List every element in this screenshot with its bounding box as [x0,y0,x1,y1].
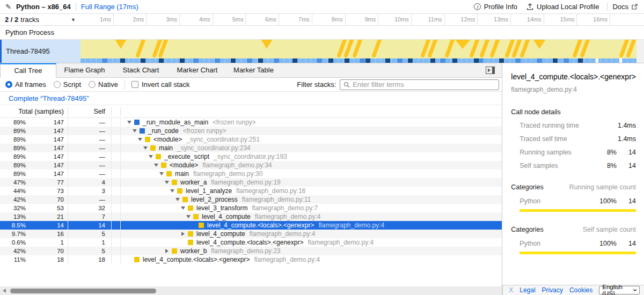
row-icon-cell [112,169,121,178]
footer-links: XLegalPrivacyCookies [509,286,592,294]
tab-marker-chart[interactable]: Marker Chart [169,63,225,77]
tree-row[interactable]: 89%147—_run_code<frozen runpy> [0,127,502,135]
row-total-percent: 42% [0,195,26,204]
collapse-arrow-icon[interactable] [143,146,148,150]
tree-row[interactable]: 89%147—main_sync_coordinator.py:234 [0,144,502,152]
radio-all-frames[interactable]: All frames [5,80,46,88]
horizontal-scrollbar[interactable] [0,286,502,295]
collapse-arrow-icon[interactable] [127,121,132,124]
detail-values: 1.4ms [617,135,636,143]
tree-row[interactable]: 89%147—mainflamegraph_demo.py:30 [0,169,502,178]
collapse-arrow-icon[interactable] [180,206,186,210]
collapse-arrow-icon[interactable] [137,138,143,141]
sidebar-toggle-icon [486,67,495,74]
function-location: _sync_coordinator.py:193 [214,153,287,160]
category-name: Python [519,197,540,205]
call-node-details-heading: Call node details [511,108,636,116]
expand-arrow-icon[interactable] [180,232,186,236]
collapse-arrow-icon[interactable] [159,172,164,175]
tree-row[interactable]: 47%774worker_aflamegraph_demo.py:19 [0,178,502,187]
tab-flame-graph[interactable]: Flame Graph [56,63,113,77]
tree-row[interactable]: 11%1818level_4_compute.<locals>.<genexpr… [0,255,502,264]
tree-row[interactable]: 8.5%1414level_4_compute.<locals>.<genexp… [0,221,502,230]
timeline-tick: 3ms [147,14,180,25]
sidebar-toggle-button[interactable] [486,67,495,76]
footer-link-privacy[interactable]: Privacy [542,286,563,294]
tree-row[interactable]: 42%70—level_2_processflamegraph_demo.py:… [0,195,502,204]
header-divider [76,3,76,11]
detail-row: Running samples8%14 [511,149,636,156]
tab-stack-chart[interactable]: Stack Chart [113,63,169,77]
radio-native[interactable]: Native [89,80,118,88]
row-total-percent: 89% [0,118,26,127]
function-name: level_3_transform [196,204,247,212]
category-header-label: Categories [511,226,543,233]
detail-label: Self samples [519,162,558,169]
collapse-arrow-icon[interactable] [186,215,191,218]
row-total-samples: 70 [26,195,68,204]
collapse-arrow-icon[interactable] [170,189,175,193]
profile-info-button[interactable]: i Profile Info [474,3,517,11]
sample-segment [596,58,598,63]
column-header-self[interactable]: Self [68,107,112,116]
tree-row[interactable]: 89%147—<module>_sync_coordinator.py:251 [0,135,502,144]
sample-segment [515,58,521,63]
detail-value: 14 [617,149,636,156]
footer-link-legal[interactable]: Legal [519,286,535,294]
detail-value: 14 [617,162,636,169]
expand-arrow-icon[interactable] [164,249,170,253]
function-location: <frozen runpy> [213,119,256,126]
collapse-arrow-icon[interactable] [148,155,153,158]
radio-icon [54,81,61,88]
thread-activity-graph[interactable] [80,40,636,63]
call-tree-rows: 89%147—_run_module_as_main<frozen runpy>… [0,118,502,264]
tree-row[interactable]: 89%147—_run_module_as_main<frozen runpy> [0,118,502,127]
upload-profile-button[interactable]: Upload Local Profile [526,3,599,11]
tab-call-tree[interactable]: Call Tree [0,63,56,78]
thread-track-label[interactable]: Thread-78495 [0,40,80,63]
row-self-samples: 5 [68,230,112,238]
chevron-down-icon [633,289,636,292]
scrollbar-thumb[interactable] [10,289,156,293]
process-track-header[interactable]: Python Process [0,26,644,40]
tab-marker-table[interactable]: Marker Table [225,63,282,77]
tree-row[interactable]: 0.6%11level_4_compute.<locals>.<genexpr>… [0,238,502,247]
tree-row[interactable]: 44%733level_1_analyzeflamegraph_demo.py:… [0,187,502,195]
row-self-samples: — [68,161,112,169]
function-name: main [175,170,189,178]
tree-row[interactable]: 89%147—<module>flamegraph_demo.py:34 [0,161,502,169]
tracks-dropdown[interactable]: 2 / 2tracks ▼ [0,14,80,25]
row-icon-cell [112,178,121,187]
tree-row[interactable]: 32%5332level_3_transformflamegraph_demo.… [0,204,502,212]
tree-row[interactable]: 89%147—_execute_script_sync_coordinator.… [0,152,502,161]
tree-row[interactable]: 13%217level_4_computeflamegraph_demo.py:… [0,212,502,221]
row-function-cell: level_2_processflamegraph_demo.py:11 [121,195,502,204]
tree-row[interactable]: 42%705worker_bflamegraph_demo.py:23 [0,247,502,255]
category-bar [519,209,636,212]
collapse-arrow-icon[interactable] [175,198,180,201]
collapse-arrow-icon[interactable] [153,164,159,167]
column-header-total[interactable]: Total (samples) [0,107,68,116]
timeline-tick: 1ms [80,14,114,25]
collapse-arrow-icon[interactable] [164,181,170,184]
row-function-cell: level_1_analyzeflamegraph_demo.py:16 [121,187,502,195]
content-area: Call TreeFlame GraphStack ChartMarker Ch… [0,63,644,295]
footer-link-cookies[interactable]: Cookies [569,286,592,294]
tree-row[interactable]: 9.7%165level_4_computeflamegraph_demo.py… [0,230,502,238]
timeline-header: 2 / 2tracks ▼ 1ms2ms3ms4ms5ms6ms7ms8ms9m… [0,14,644,26]
edit-pencil-icon[interactable]: ✎ [5,3,11,11]
breadcrumb-complete-link[interactable]: Complete “Thread-78495” [9,94,89,102]
docs-link[interactable]: Docs [612,3,638,11]
row-total-samples: 53 [26,204,68,212]
row-total-samples: 18 [26,255,68,264]
full-range-link[interactable]: Full Range (17ms) [81,3,138,11]
footer-link-x[interactable]: X [509,286,513,294]
scroll-left-arrow-icon[interactable] [3,289,6,293]
radio-script[interactable]: Script [54,80,81,88]
invert-call-stack-checkbox[interactable]: Invert call stack [131,80,190,88]
timeline-tick: 10ms [378,14,412,25]
collapse-arrow-icon[interactable] [132,129,137,132]
filter-stacks-input[interactable] [353,80,495,88]
language-select[interactable]: English (US) [599,286,640,294]
row-self-samples: 18 [68,255,112,264]
